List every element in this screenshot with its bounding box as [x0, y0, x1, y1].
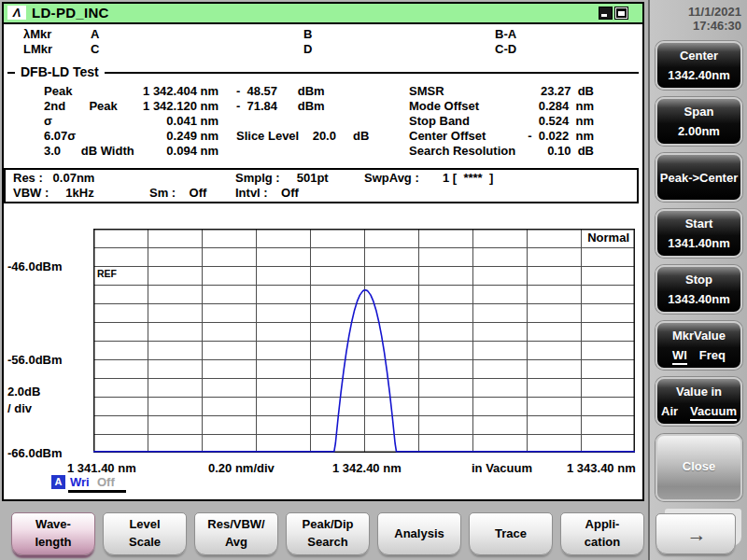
result-extra: - 71.84 dBm — [236, 99, 325, 113]
result-value: 0.284 nm — [467, 99, 594, 113]
x-axis-center-tick: 1 342.40 nm — [332, 461, 402, 475]
function-key-level-scale[interactable]: Level Scale — [103, 512, 187, 555]
window-title: LD-PD_INC — [32, 5, 109, 21]
softkey-start[interactable]: Start 1341.40nm — [655, 209, 742, 258]
function-key-res-vbw-avg[interactable]: Res/VBW/ Avg — [194, 512, 278, 555]
main-window: Λ LD-PD_INC λMkr A B B-A LMkr C D C-D DF… — [2, 2, 644, 501]
sweep-average-setting: SwpAvg : 1 [ **** ] — [364, 171, 493, 185]
next-page-arrow-icon: → — [656, 524, 735, 546]
softkey-stop[interactable]: Stop 1343.40nm — [655, 265, 742, 314]
softkey-span[interactable]: Span 2.00nm — [655, 97, 742, 146]
lv-marker-label: LMkr — [23, 42, 52, 56]
result-value: - 0.022 nm — [467, 129, 594, 143]
softkey-value: 1342.40nm — [657, 68, 740, 82]
softkey-close[interactable]: Close — [655, 434, 742, 501]
sweep-mode-label: Normal — [527, 231, 629, 245]
y-axis-bottom-tick: -66.0dBm — [7, 446, 63, 460]
function-key-more[interactable]: → — [655, 513, 736, 554]
sweep-settings-box: Res : 0.07nm Smplg : 501pt SwpAvg : 1 [ … — [4, 168, 639, 203]
maximize-icon — [616, 8, 627, 18]
x-axis-start-tick: 1 341.40 nm — [67, 461, 136, 475]
y-axis-scale-label: 2.0dB — [7, 385, 40, 399]
softkey-label: Center — [657, 49, 740, 63]
option-vacuum-selected[interactable]: Vacuum — [690, 404, 737, 421]
function-key-wavelength[interactable]: Wave- length — [11, 512, 95, 555]
time-display: 17:46:30 — [650, 19, 741, 33]
function-key-label: Scale — [104, 535, 186, 549]
function-key-label: Wave- — [12, 517, 94, 531]
softkey-label: Span — [657, 105, 740, 119]
function-key-label: Peak/Dip — [287, 517, 369, 531]
trace-indicator-underline — [68, 490, 126, 493]
option-air[interactable]: Air — [661, 404, 678, 421]
softkey-sidebar: 11/1/2021 17:46:30 Center 1342.40nm Span… — [648, 0, 747, 560]
result-label: Peak — [44, 84, 72, 98]
function-key-label: Res/VBW/ — [195, 517, 277, 531]
function-key-application[interactable]: Appli- cation — [560, 512, 644, 555]
result-label: SMSR — [409, 84, 444, 98]
interval-setting: Intvl : Off — [235, 186, 299, 200]
wl-marker-label: λMkr — [23, 27, 51, 41]
function-key-label: Appli- — [561, 517, 643, 531]
function-key-label: Search — [287, 535, 369, 549]
maximize-button[interactable] — [614, 7, 628, 20]
softkey-value: 2.00nm — [657, 124, 740, 138]
date-display: 11/1/2021 — [650, 5, 741, 19]
x-axis-medium-label: in Vacuum — [472, 461, 532, 475]
result-extra: Slice Level 20.0 dB — [236, 129, 369, 143]
y-axis-ref-tick: -46.0dBm — [7, 259, 63, 273]
softkey-peak-to-center[interactable]: Peak->Center — [655, 153, 742, 202]
analysis-section-title: DFB-LD Test — [15, 64, 105, 79]
sampling-setting: Smplg : 501pt — [235, 171, 329, 185]
result-extra: - 48.57 dBm — [236, 84, 325, 98]
function-key-label: Analysis — [378, 526, 460, 540]
minimize-button[interactable] — [599, 7, 613, 20]
function-key-peak-dip-search[interactable]: Peak/Dip Search — [286, 512, 370, 555]
softkey-marker-value[interactable]: MkrValue Wl Freq — [655, 321, 742, 370]
function-key-label: Trace — [470, 526, 552, 540]
resolution-setting: Res : 0.07nm — [13, 171, 94, 185]
result-value: 0.041 nm — [97, 114, 218, 128]
result-label: 6.07σ — [44, 129, 76, 143]
softkey-label: Value in — [657, 385, 740, 399]
app-logo-icon: Λ — [7, 6, 26, 20]
result-value: 0.249 nm — [97, 129, 218, 143]
result-label: σ — [44, 114, 52, 128]
trace-letter-badge: A — [51, 475, 65, 489]
trace-display-off-label: Off — [97, 475, 115, 489]
option-wavelength-selected[interactable]: Wl — [672, 348, 687, 365]
marker-cd-label: C-D — [495, 42, 516, 56]
function-key-trace[interactable]: Trace — [469, 512, 553, 555]
spectrum-plot — [93, 229, 635, 453]
marker-c-label: C — [91, 42, 99, 56]
softkey-value: 1343.40nm — [657, 292, 740, 306]
function-key-label: Level — [104, 517, 186, 531]
softkey-label: Peak->Center — [657, 171, 740, 185]
marker-b-label: B — [303, 27, 312, 41]
trace-write-mode-label: Wri — [70, 475, 90, 489]
softkey-label: MkrValue — [657, 329, 740, 343]
option-frequency[interactable]: Freq — [699, 348, 726, 365]
softkey-center[interactable]: Center 1342.40nm — [655, 41, 742, 90]
softkey-value-in[interactable]: Value in Air Vacuum — [655, 377, 742, 426]
softkey-label: Start — [657, 217, 740, 231]
result-value: 0.10 dB — [467, 144, 594, 158]
title-bar: Λ LD-PD_INC — [4, 4, 642, 24]
result-value: 1 342.404 nm — [97, 84, 218, 98]
result-value: 1 342.120 nm — [97, 99, 218, 113]
softkey-label: Close — [657, 459, 740, 473]
function-key-analysis[interactable]: Analysis — [377, 512, 461, 555]
function-key-label: Avg — [195, 535, 277, 549]
minimize-icon — [601, 14, 607, 17]
result-value: 23.27 dB — [467, 84, 594, 98]
x-axis-div-label: 0.20 nm/div — [208, 461, 275, 475]
y-axis-mid-tick: -56.0dBm — [7, 353, 63, 367]
x-axis-stop-tick: 1 343.40 nm — [567, 461, 636, 475]
osa-screen: Λ LD-PD_INC λMkr A B B-A LMkr C D C-D DF… — [0, 0, 747, 560]
result-label: Stop Band — [409, 114, 470, 128]
vbw-setting: VBW : 1kHz — [13, 186, 94, 200]
y-axis-scale-label-2: / div — [7, 401, 32, 415]
result-value: 0.524 nm — [467, 114, 594, 128]
ref-level-label: REF — [97, 268, 117, 279]
marker-d-label: D — [303, 42, 312, 56]
